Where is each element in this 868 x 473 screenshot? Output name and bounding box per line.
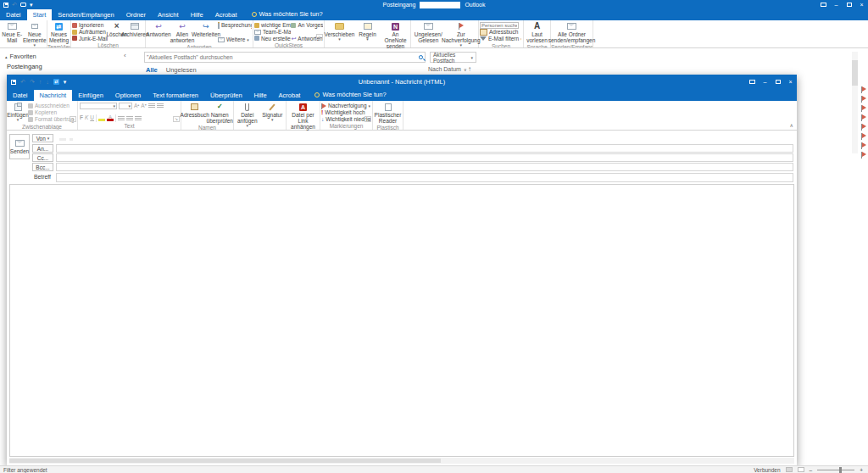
sort-by-dropdown[interactable]: Nach Datum ∨ <box>428 66 467 72</box>
text-dialog-launcher[interactable]: ↘ <box>173 116 180 122</box>
minimize-button[interactable]: – <box>830 0 843 9</box>
von-button[interactable]: Von ▾ <box>32 134 53 142</box>
qat-customize-icon[interactable]: ▾ <box>30 2 33 8</box>
grow-font-button[interactable]: A▴ <box>134 103 139 109</box>
print-icon[interactable] <box>20 3 26 7</box>
wichtigkeit-niedrig-button[interactable]: ↓Wichtigkeit niedrig <box>321 116 370 123</box>
quicksteps-dialog-launcher[interactable]: ↘ <box>316 34 323 40</box>
neues-meeting-button[interactable]: ⇄ Neues Meeting <box>48 21 70 44</box>
ausschneiden-button[interactable]: Ausschneiden <box>28 103 74 109</box>
antworten-button[interactable]: ↩ Antworten <box>147 21 170 44</box>
tab-text-formatieren[interactable]: Text formatieren <box>147 90 204 101</box>
ribbon-display-options-button[interactable] <box>817 0 830 9</box>
zoom-slider-thumb[interactable] <box>839 467 842 473</box>
body-horizontal-scrollbar[interactable] <box>9 458 794 464</box>
signatur-button[interactable]: Signatur ▾ <box>260 102 286 130</box>
reading-view-button[interactable] <box>798 467 804 472</box>
filter-tab-ungelesen[interactable]: Ungelesen <box>166 66 197 74</box>
tab-datei[interactable]: Datei <box>7 90 34 101</box>
sort-direction-icon[interactable]: ↑ <box>468 65 471 73</box>
allen-antworten-button[interactable]: ↩ Allen antworten <box>170 21 194 44</box>
besprechung-button[interactable]: Besprechung <box>218 22 252 29</box>
maximize-button[interactable] <box>843 0 855 9</box>
list-scrollbar-thumb[interactable] <box>852 60 858 86</box>
zoom-out-button[interactable]: – <box>810 467 813 473</box>
ignorieren-button[interactable]: Ignorieren <box>72 22 108 29</box>
qat-customize-icon[interactable]: ▾ <box>64 79 67 85</box>
text-highlight-button[interactable] <box>98 115 105 121</box>
cc-field[interactable] <box>56 153 793 162</box>
bcc-button[interactable]: Bcc... <box>32 163 53 171</box>
namen-ueberpruefen-button[interactable]: ✓ Namen überprüfen <box>208 102 233 125</box>
datei-anfuegen-button[interactable]: Datei anfügen ▾ <box>235 102 260 130</box>
close-button[interactable]: × <box>855 0 868 9</box>
an-field[interactable] <box>56 144 793 153</box>
search-scope-dropdown[interactable]: Aktuelles Postfach ▾ <box>430 52 476 63</box>
weitere-button[interactable]: Weitere▾ <box>218 36 252 43</box>
scrollbar-thumb[interactable] <box>9 459 441 463</box>
aufraeumen-button[interactable]: Aufräumen▾ <box>72 29 108 36</box>
minimize-button[interactable]: – <box>759 75 771 89</box>
personen-suchen-input[interactable] <box>480 22 519 29</box>
onenote-button[interactable]: N An OneNote senden <box>381 21 409 50</box>
tab-ueberpruefen[interactable]: Überprüfen <box>204 90 248 101</box>
underline-button[interactable]: U <box>90 115 94 121</box>
adressbuch-button[interactable]: Adressbuch <box>480 29 521 36</box>
einfuegen-paste-button[interactable]: Einfügen ▾ <box>8 102 28 124</box>
folder-posteingang[interactable]: Posteingang <box>7 63 42 70</box>
adressbuch-button[interactable]: Adressbuch <box>182 102 208 125</box>
bullets-button[interactable] <box>148 103 155 109</box>
collapse-folder-pane-icon[interactable]: ‹ <box>124 52 126 59</box>
tab-start[interactable]: Start <box>27 9 53 20</box>
tab-nachricht[interactable]: Nachricht <box>34 90 73 101</box>
zoom-slider[interactable] <box>817 470 854 470</box>
numbering-button[interactable] <box>157 103 164 109</box>
redo-icon[interactable]: ↷ <box>30 79 35 85</box>
tell-me-box[interactable]: Was möchten Sie tun? <box>314 91 386 101</box>
new-email-button[interactable]: Neue E-Mail <box>1 21 24 49</box>
mailbox-search-input[interactable] <box>147 54 419 60</box>
zoom-in-button[interactable]: + <box>860 467 863 473</box>
quickstep-an-vorgesetzte[interactable]: An Vorgesetzte(n) <box>291 22 323 29</box>
flag-icon[interactable] <box>861 105 866 112</box>
new-items-button[interactable]: Neue Elemente ▾ <box>24 21 47 49</box>
betreff-field[interactable] <box>56 173 793 182</box>
tab-acrobat[interactable]: Acrobat <box>273 90 307 101</box>
alle-ordner-senden-empfangen-button[interactable]: Alle Ordner senden/empfangen <box>552 21 592 44</box>
shrink-font-button[interactable]: A▾ <box>141 103 146 109</box>
tab-datei[interactable]: Datei <box>0 9 27 20</box>
tab-hilfe[interactable]: Hilfe <box>248 90 273 101</box>
collapse-ribbon-icon[interactable]: ∧ <box>790 122 793 128</box>
archivieren-button[interactable]: Archivieren <box>126 21 145 42</box>
weiterleiten-button[interactable]: ↪ Weiterleiten <box>194 21 218 44</box>
flag-icon[interactable] <box>861 133 866 140</box>
italic-button[interactable]: K <box>85 115 88 121</box>
align-center-button[interactable] <box>126 116 133 121</box>
zur-nachverfolgung-button[interactable]: Zur Nachverfolgung ▾ <box>445 21 478 49</box>
mailbox-search-box[interactable] <box>144 52 426 63</box>
align-left-button[interactable] <box>118 116 125 121</box>
undo-icon[interactable]: ↶ <box>12 2 17 8</box>
plastischer-reader-button[interactable]: Plastischer Reader <box>374 102 402 125</box>
normal-view-button[interactable] <box>786 467 793 472</box>
wichtigkeit-hoch-button[interactable]: !Wichtigkeit hoch <box>321 109 370 116</box>
favorites-header[interactable]: ▴ Favoriten <box>5 53 36 60</box>
cc-button[interactable]: Cc... <box>32 153 53 162</box>
flag-icon[interactable] <box>861 96 866 103</box>
maximize-button[interactable] <box>771 75 784 89</box>
flag-icon[interactable] <box>861 114 866 121</box>
undo-icon[interactable]: ↶ <box>20 79 25 85</box>
filter-tab-alle[interactable]: Alle <box>146 66 158 74</box>
bold-button[interactable]: F <box>80 115 83 121</box>
email-filtern-button[interactable]: E-Mail filtern▾ <box>480 36 521 42</box>
tab-senden-empfangen[interactable]: Senden/Empfangen <box>52 9 120 20</box>
font-color-button[interactable]: A <box>107 115 114 121</box>
flag-icon[interactable] <box>861 142 866 149</box>
tab-acrobat[interactable]: Acrobat <box>209 9 243 20</box>
quickstep-team-email[interactable]: Team-E-Mail <box>254 29 291 36</box>
save-icon[interactable] <box>3 3 8 8</box>
flag-icon[interactable] <box>861 86 866 93</box>
next-item-icon[interactable]: ↓ <box>46 79 49 85</box>
quickstep-neu-erstellen[interactable]: Neu erstellen <box>254 36 291 42</box>
tell-me-box[interactable]: Was möchten Sie tun? <box>252 10 323 20</box>
